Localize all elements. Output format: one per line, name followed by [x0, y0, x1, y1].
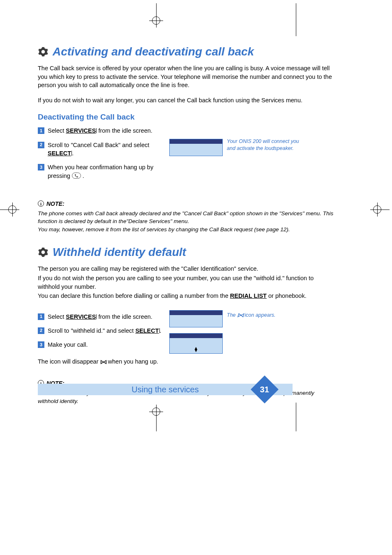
step-number-badge: 2: [38, 327, 44, 334]
step-number-badge: 2: [38, 142, 44, 148]
section-title-text: Withheld identity default: [53, 246, 186, 259]
intro-paragraph: You can declare this function before dia…: [38, 292, 334, 300]
step-number-badge: 3: [38, 341, 44, 348]
step-text: Select SERVICES from the idle screen.: [48, 127, 159, 135]
step-text: Make your call.: [48, 341, 159, 349]
intro-paragraph: If you do not wish the person you are ca…: [38, 274, 334, 291]
section-title-callback: Activating and deactivating call back: [38, 45, 334, 58]
intro-paragraph-2: If you do not wish to wait any longer, y…: [38, 96, 334, 105]
intro-paragraph: The Call back service is offered by your…: [38, 64, 334, 90]
phone-screen-illustration: [169, 139, 223, 156]
section-title-withheld: Withheld identity default: [38, 246, 334, 259]
step-text: Scroll to "Cancel Call Back" and select …: [48, 141, 159, 158]
bowtie-icon: ⋈: [99, 357, 107, 366]
note-text: The phone comes with Call back already d…: [38, 210, 334, 226]
footer-label: Using the services: [131, 385, 198, 394]
step-number-badge: 3: [38, 164, 44, 170]
gear-icon: [38, 46, 48, 57]
step-row: 3 When you hear confirmation hang up by …: [38, 163, 334, 180]
section-title-text: Activating and deactivating call back: [53, 45, 254, 58]
note-text: You may, however, remove it from the lis…: [38, 226, 334, 234]
info-icon: i: [38, 200, 44, 207]
screen-caption: The ⋈ icon appears.: [227, 311, 301, 319]
tail-paragraph: The icon will disappear ⋈ when you hang …: [38, 357, 334, 366]
phone-screen-illustration: ▲▼: [169, 333, 223, 354]
phone-screen-illustration: [169, 310, 223, 327]
gear-icon: [38, 247, 48, 258]
step-row: 1 Select SERVICES from the idle screen.: [38, 127, 334, 135]
page-number: 31: [260, 385, 269, 394]
intro-paragraph: The person you are calling may be regist…: [38, 265, 334, 273]
step-text: Scroll to "withheld id." and select SELE…: [48, 327, 187, 335]
step-number-badge: 1: [38, 313, 44, 320]
subheading-deactivating: Deactivating the Call back: [38, 113, 334, 122]
page-content: Activating and deactivating call back Th…: [38, 41, 334, 405]
steps-list: 1 Select SERVICES from the idle screen. …: [38, 313, 334, 349]
step-number-badge: 1: [38, 127, 44, 134]
updown-arrow-icon: ▲▼: [194, 347, 198, 352]
step-text: When you hear confirmation hang up by pr…: [48, 163, 159, 180]
bowtie-icon: ⋈: [237, 311, 244, 319]
phone-key-icon: [72, 173, 81, 179]
step-text: Select SERVICES from the idle screen.: [48, 313, 171, 321]
note-label: i NOTE:: [38, 200, 334, 207]
screen-caption: Your ONIS 200 will connect you and activ…: [227, 138, 301, 152]
steps-list: 1 Select SERVICES from the idle screen. …: [38, 127, 334, 180]
